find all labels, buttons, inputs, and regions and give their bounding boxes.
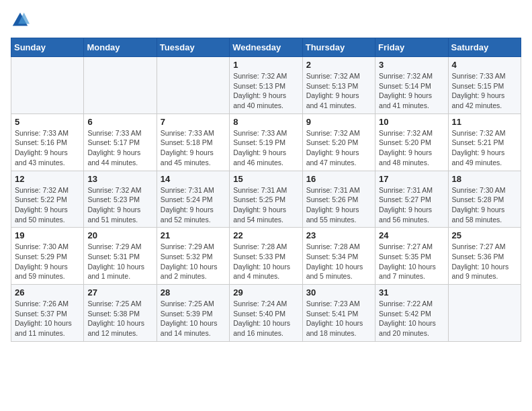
day-number: 26 <box>15 287 80 298</box>
calendar-cell <box>448 285 521 342</box>
calendar-cell: 17Sunrise: 7:31 AM Sunset: 5:27 PM Dayli… <box>375 171 448 228</box>
day-number: 17 <box>379 174 444 184</box>
calendar-cell: 24Sunrise: 7:27 AM Sunset: 5:35 PM Dayli… <box>375 228 448 285</box>
day-number: 12 <box>15 174 80 184</box>
day-info: Sunrise: 7:32 AM Sunset: 5:21 PM Dayligh… <box>452 128 517 168</box>
day-info: Sunrise: 7:24 AM Sunset: 5:40 PM Dayligh… <box>233 299 298 338</box>
day-info: Sunrise: 7:32 AM Sunset: 5:23 PM Dayligh… <box>87 185 152 225</box>
calendar-table: SundayMondayTuesdayWednesdayThursdayFrid… <box>11 38 521 342</box>
day-info: Sunrise: 7:22 AM Sunset: 5:42 PM Dayligh… <box>379 299 444 338</box>
day-info: Sunrise: 7:28 AM Sunset: 5:33 PM Dayligh… <box>233 242 298 281</box>
calendar-cell: 15Sunrise: 7:31 AM Sunset: 5:25 PM Dayli… <box>230 171 302 228</box>
col-header-sunday: Sunday <box>11 38 84 57</box>
day-info: Sunrise: 7:23 AM Sunset: 5:41 PM Dayligh… <box>306 299 371 338</box>
calendar-week-2: 5Sunrise: 7:33 AM Sunset: 5:16 PM Daylig… <box>11 113 521 171</box>
calendar-cell: 29Sunrise: 7:24 AM Sunset: 5:40 PM Dayli… <box>230 285 302 342</box>
day-number: 11 <box>452 117 517 127</box>
day-info: Sunrise: 7:33 AM Sunset: 5:19 PM Dayligh… <box>233 128 298 168</box>
col-header-tuesday: Tuesday <box>157 38 229 57</box>
day-number: 18 <box>452 174 517 184</box>
col-header-monday: Monday <box>84 38 157 57</box>
day-info: Sunrise: 7:31 AM Sunset: 5:27 PM Dayligh… <box>379 185 444 225</box>
day-info: Sunrise: 7:33 AM Sunset: 5:17 PM Dayligh… <box>87 128 152 168</box>
day-info: Sunrise: 7:25 AM Sunset: 5:39 PM Dayligh… <box>161 299 226 338</box>
day-info: Sunrise: 7:32 AM Sunset: 5:14 PM Dayligh… <box>379 71 444 111</box>
day-number: 22 <box>233 230 298 240</box>
calendar-cell: 31Sunrise: 7:22 AM Sunset: 5:42 PM Dayli… <box>375 285 448 342</box>
calendar-cell: 30Sunrise: 7:23 AM Sunset: 5:41 PM Dayli… <box>302 285 375 342</box>
calendar-cell: 2Sunrise: 7:32 AM Sunset: 5:13 PM Daylig… <box>302 57 375 114</box>
calendar-cell: 4Sunrise: 7:33 AM Sunset: 5:15 PM Daylig… <box>448 57 521 114</box>
day-number: 5 <box>15 117 80 127</box>
calendar-cell: 27Sunrise: 7:25 AM Sunset: 5:38 PM Dayli… <box>84 285 157 342</box>
col-header-friday: Friday <box>375 38 448 57</box>
calendar-cell: 25Sunrise: 7:27 AM Sunset: 5:36 PM Dayli… <box>448 228 521 285</box>
day-info: Sunrise: 7:26 AM Sunset: 5:37 PM Dayligh… <box>15 299 80 338</box>
col-header-thursday: Thursday <box>302 38 375 57</box>
day-number: 4 <box>452 60 517 70</box>
day-number: 15 <box>233 174 298 184</box>
calendar-week-3: 12Sunrise: 7:32 AM Sunset: 5:22 PM Dayli… <box>11 171 521 228</box>
calendar-cell: 6Sunrise: 7:33 AM Sunset: 5:17 PM Daylig… <box>84 113 157 171</box>
day-number: 29 <box>233 287 298 298</box>
day-number: 2 <box>306 60 371 70</box>
day-info: Sunrise: 7:33 AM Sunset: 5:15 PM Dayligh… <box>452 71 517 111</box>
calendar-cell: 18Sunrise: 7:30 AM Sunset: 5:28 PM Dayli… <box>448 171 521 228</box>
page-header <box>11 11 521 30</box>
day-info: Sunrise: 7:32 AM Sunset: 5:20 PM Dayligh… <box>306 128 371 168</box>
col-header-saturday: Saturday <box>448 38 521 57</box>
day-info: Sunrise: 7:27 AM Sunset: 5:35 PM Dayligh… <box>379 242 444 281</box>
day-info: Sunrise: 7:31 AM Sunset: 5:25 PM Dayligh… <box>233 185 298 225</box>
day-number: 28 <box>161 287 226 298</box>
calendar-cell: 21Sunrise: 7:29 AM Sunset: 5:32 PM Dayli… <box>157 228 229 285</box>
day-number: 23 <box>306 230 371 240</box>
calendar-cell: 14Sunrise: 7:31 AM Sunset: 5:24 PM Dayli… <box>157 171 229 228</box>
day-number: 10 <box>379 117 444 127</box>
day-number: 19 <box>15 230 80 240</box>
calendar-cell: 5Sunrise: 7:33 AM Sunset: 5:16 PM Daylig… <box>11 113 84 171</box>
logo-icon <box>11 11 30 30</box>
calendar-week-5: 26Sunrise: 7:26 AM Sunset: 5:37 PM Dayli… <box>11 285 521 342</box>
calendar-cell: 22Sunrise: 7:28 AM Sunset: 5:33 PM Dayli… <box>230 228 302 285</box>
day-info: Sunrise: 7:28 AM Sunset: 5:34 PM Dayligh… <box>306 242 371 281</box>
day-number: 20 <box>87 230 152 240</box>
calendar-week-1: 1Sunrise: 7:32 AM Sunset: 5:13 PM Daylig… <box>11 57 521 114</box>
day-number: 27 <box>87 287 152 298</box>
day-info: Sunrise: 7:27 AM Sunset: 5:36 PM Dayligh… <box>452 242 517 281</box>
calendar-cell <box>11 57 84 114</box>
calendar-cell <box>157 57 229 114</box>
day-info: Sunrise: 7:32 AM Sunset: 5:13 PM Dayligh… <box>233 71 298 111</box>
day-info: Sunrise: 7:32 AM Sunset: 5:20 PM Dayligh… <box>379 128 444 168</box>
day-info: Sunrise: 7:33 AM Sunset: 5:16 PM Dayligh… <box>15 128 80 168</box>
calendar-cell: 9Sunrise: 7:32 AM Sunset: 5:20 PM Daylig… <box>302 113 375 171</box>
calendar-cell: 26Sunrise: 7:26 AM Sunset: 5:37 PM Dayli… <box>11 285 84 342</box>
day-number: 25 <box>452 230 517 240</box>
calendar-cell: 13Sunrise: 7:32 AM Sunset: 5:23 PM Dayli… <box>84 171 157 228</box>
day-info: Sunrise: 7:25 AM Sunset: 5:38 PM Dayligh… <box>87 299 152 338</box>
day-number: 21 <box>161 230 226 240</box>
day-number: 3 <box>379 60 444 70</box>
calendar-cell: 10Sunrise: 7:32 AM Sunset: 5:20 PM Dayli… <box>375 113 448 171</box>
calendar-cell: 7Sunrise: 7:33 AM Sunset: 5:18 PM Daylig… <box>157 113 229 171</box>
day-info: Sunrise: 7:30 AM Sunset: 5:29 PM Dayligh… <box>15 242 80 281</box>
calendar-cell: 23Sunrise: 7:28 AM Sunset: 5:34 PM Dayli… <box>302 228 375 285</box>
day-number: 16 <box>306 174 371 184</box>
day-number: 8 <box>233 117 298 127</box>
calendar-header: SundayMondayTuesdayWednesdayThursdayFrid… <box>11 38 521 57</box>
day-number: 6 <box>87 117 152 127</box>
calendar-cell: 8Sunrise: 7:33 AM Sunset: 5:19 PM Daylig… <box>230 113 302 171</box>
day-number: 31 <box>379 287 444 298</box>
day-number: 14 <box>161 174 226 184</box>
calendar-cell: 1Sunrise: 7:32 AM Sunset: 5:13 PM Daylig… <box>230 57 302 114</box>
day-number: 1 <box>233 60 298 70</box>
calendar-cell: 12Sunrise: 7:32 AM Sunset: 5:22 PM Dayli… <box>11 171 84 228</box>
day-info: Sunrise: 7:29 AM Sunset: 5:32 PM Dayligh… <box>161 242 226 281</box>
day-info: Sunrise: 7:33 AM Sunset: 5:18 PM Dayligh… <box>161 128 226 168</box>
day-number: 30 <box>306 287 371 298</box>
calendar-cell: 20Sunrise: 7:29 AM Sunset: 5:31 PM Dayli… <box>84 228 157 285</box>
calendar-cell: 3Sunrise: 7:32 AM Sunset: 5:14 PM Daylig… <box>375 57 448 114</box>
day-number: 13 <box>87 174 152 184</box>
day-number: 24 <box>379 230 444 240</box>
day-info: Sunrise: 7:32 AM Sunset: 5:22 PM Dayligh… <box>15 185 80 225</box>
col-header-wednesday: Wednesday <box>230 38 302 57</box>
